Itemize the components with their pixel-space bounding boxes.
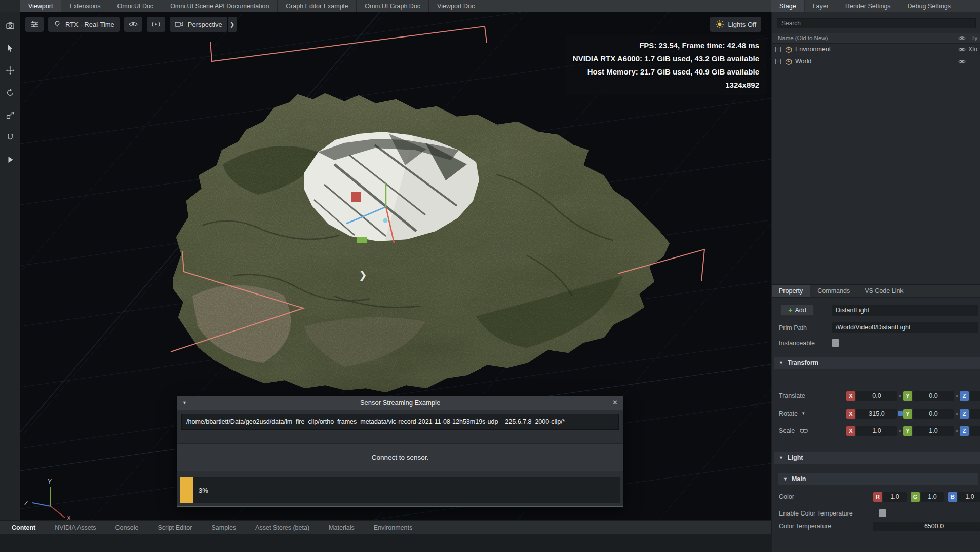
stage-row-world[interactable]: + World xyxy=(772,56,980,68)
prim-path-row: Prim Path /World/Video0/DistantLight xyxy=(772,322,980,335)
tab-commands[interactable]: Commands xyxy=(810,285,857,297)
color-b-field[interactable]: 1.0 xyxy=(958,492,980,502)
rotate-y-field[interactable]: 0.0 xyxy=(913,409,954,419)
x-axis-badge: X xyxy=(846,426,855,436)
left-toolbar xyxy=(0,12,20,520)
rotate-label: Rotate xyxy=(779,410,798,417)
visibility-button[interactable] xyxy=(124,17,142,32)
dialog-collapse-icon[interactable]: ▼ xyxy=(182,396,187,410)
tab-omni-ui-doc[interactable]: Omni:UI Doc xyxy=(109,0,163,12)
visibility-eye-icon[interactable] xyxy=(958,59,966,64)
tab-nvidia-assets[interactable]: NVIDIA Assets xyxy=(45,521,105,535)
add-property-button[interactable]: + Add xyxy=(780,305,814,316)
instanceable-checkbox[interactable] xyxy=(832,339,839,347)
tab-render-settings[interactable]: Render Settings xyxy=(837,0,899,12)
capture-tool-button[interactable] xyxy=(3,18,18,33)
move-icon xyxy=(6,66,15,75)
snap-tool-button[interactable] xyxy=(3,130,18,145)
transform-section-header[interactable]: ▼ Transform xyxy=(774,357,980,369)
rotate-x-field[interactable]: 315.0 xyxy=(856,409,897,419)
main-section-header[interactable]: ▼ Main xyxy=(778,473,978,485)
color-r-field[interactable]: 1.0 xyxy=(883,492,907,502)
tab-viewport-doc[interactable]: Viewport Doc xyxy=(429,0,483,12)
y-axis-badge: Y xyxy=(903,409,912,419)
tab-script-editor[interactable]: Script Editor xyxy=(148,521,202,535)
tab-layer[interactable]: Layer xyxy=(805,0,837,12)
tab-debug-settings[interactable]: Debug Settings xyxy=(899,0,959,12)
lightbulb-icon xyxy=(53,20,61,28)
rotate-tool-button[interactable] xyxy=(3,85,18,100)
dialog-titlebar[interactable]: ▼ Sensor Streaming Example ✕ xyxy=(177,396,623,410)
select-tool-button[interactable] xyxy=(3,41,18,56)
translate-y-field[interactable]: 0.0 xyxy=(913,391,954,401)
translate-x-field[interactable]: 0.0 xyxy=(856,391,897,401)
tab-samples[interactable]: Samples xyxy=(202,521,246,535)
rotate-order-caret-icon[interactable]: ▾ xyxy=(802,411,805,416)
stats-host-memory: Host Memory: 21.7 GiB used, 40.9 GiB ava… xyxy=(573,65,759,79)
tab-stage[interactable]: Stage xyxy=(771,0,805,12)
renderer-select-button[interactable]: RTX - Real-Time xyxy=(48,17,120,32)
tab-graph-editor-example[interactable]: Graph Editor Example xyxy=(278,0,357,12)
gizmo-center-handle[interactable] xyxy=(383,218,388,223)
light-section-header[interactable]: ▼ Light xyxy=(774,452,980,464)
scale-tool-button[interactable] xyxy=(3,107,18,123)
rotate-z-field[interactable] xyxy=(970,409,980,419)
viewport-settings-button[interactable] xyxy=(25,17,44,32)
tab-property[interactable]: Property xyxy=(772,285,810,297)
tab-vs-code-link[interactable]: VS Code Link xyxy=(857,285,911,297)
translate-z-field[interactable] xyxy=(970,391,980,401)
content-browser-area xyxy=(0,534,771,552)
color-temperature-field[interactable]: 6500.0 xyxy=(873,522,980,531)
scale-link-icon[interactable] xyxy=(800,428,808,434)
tab-materials[interactable]: Materials xyxy=(319,521,364,535)
tab-viewport[interactable]: Viewport xyxy=(20,0,61,12)
tab-console[interactable]: Console xyxy=(106,521,148,535)
plus-icon: + xyxy=(788,306,792,314)
chevron-right-icon[interactable]: ❯ xyxy=(359,269,367,281)
cursor-icon xyxy=(6,44,15,53)
move-tool-button[interactable] xyxy=(3,63,18,78)
prim-path-label: Prim Path xyxy=(779,324,807,332)
gizmo-plane-handle-green[interactable] xyxy=(357,237,367,243)
close-icon[interactable]: ✕ xyxy=(612,396,618,410)
tab-omni-ui-graph-doc[interactable]: Omni.UI Graph Doc xyxy=(357,0,429,12)
tab-scene-api-doc[interactable]: Omni.UI Scene API Documentation xyxy=(162,0,278,12)
omniverse-app: Viewport Extensions Omni:UI Doc Omni.UI … xyxy=(0,0,980,552)
sun-icon xyxy=(715,20,724,29)
tab-extensions[interactable]: Extensions xyxy=(61,0,109,12)
scale-y-field[interactable]: 1.0 xyxy=(913,426,954,436)
scale-row: Scale X 1.0 Y 1.0 Z xyxy=(772,425,980,437)
collapse-triangle-icon: ▼ xyxy=(779,360,783,365)
name-column-header: Name (Old to New) xyxy=(778,35,828,41)
lights-mode-button[interactable]: Lights Off xyxy=(710,17,761,32)
terrain-mesh[interactable] xyxy=(167,88,676,400)
eye-icon xyxy=(129,21,138,28)
tab-environments[interactable]: Environments xyxy=(364,521,422,535)
camera-select-button[interactable]: Perspective xyxy=(170,17,227,32)
color-g-field[interactable]: 1.0 xyxy=(921,492,944,502)
scale-z-field[interactable] xyxy=(970,426,980,436)
prim-name: World xyxy=(795,58,811,65)
connect-to-sensor-button[interactable]: Connect to sensor. xyxy=(177,443,623,471)
tab-content[interactable]: Content xyxy=(2,521,45,535)
stats-resolution: 1324x892 xyxy=(573,79,759,92)
expand-icon[interactable]: + xyxy=(775,47,781,52)
waypoint-button[interactable] xyxy=(147,17,165,32)
property-panel-tabs: Property Commands VS Code Link xyxy=(772,284,980,298)
visibility-eye-icon[interactable] xyxy=(958,47,966,52)
enable-color-temperature-checkbox[interactable] xyxy=(879,509,886,517)
stage-search-input[interactable] xyxy=(777,18,976,28)
expand-icon[interactable]: + xyxy=(775,59,781,64)
sensor-path-input[interactable] xyxy=(181,414,619,430)
tab-asset-stores[interactable]: Asset Stores (beta) xyxy=(246,521,319,535)
viewport-3d[interactable]: ❯ Y Z X RTX - Real-Time xyxy=(20,12,771,520)
play-button[interactable] xyxy=(3,152,18,167)
color-label: Color xyxy=(779,493,794,500)
prim-path-field[interactable]: /World/Video0/DistantLight xyxy=(832,322,978,333)
collapse-triangle-icon: ▼ xyxy=(779,455,783,460)
scale-x-field[interactable]: 1.0 xyxy=(856,426,897,436)
gizmo-plane-handle-red[interactable] xyxy=(351,192,361,202)
toolbar-expand-button[interactable]: ❯ xyxy=(228,17,237,32)
y-axis-badge: Y xyxy=(903,391,912,401)
stage-row-environment[interactable]: + Environment Xfo xyxy=(772,44,980,56)
